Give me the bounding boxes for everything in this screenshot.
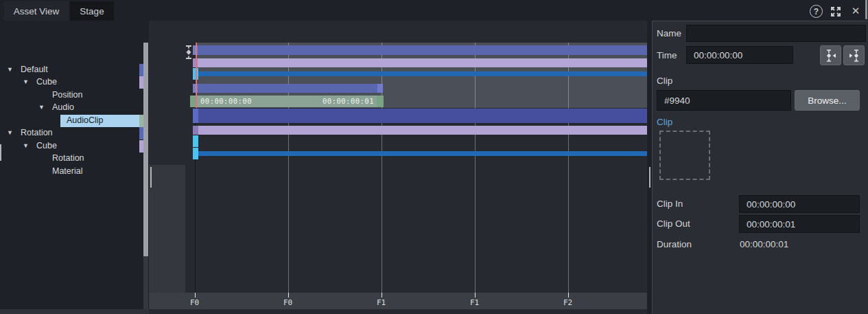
duration-value: 00:00:00:01: [740, 239, 788, 249]
expander-arrow-icon[interactable]: ▼: [23, 78, 29, 85]
tree-row-rotation[interactable]: Rotation: [0, 153, 143, 165]
rotation-track-bar[interactable]: [198, 109, 647, 123]
tree-row-label: Default: [21, 65, 48, 74]
clip-in-time-label: 00:00:00:00: [200, 97, 252, 105]
clip-out-label: Clip Out: [657, 218, 690, 229]
tab-asset-view-label: Asset View: [14, 6, 60, 16]
tree-row-label: Rotation: [21, 128, 53, 137]
prev-key-icon: [824, 48, 838, 63]
clip-reference-input[interactable]: #9940: [657, 90, 791, 111]
track-start-key[interactable]: [193, 135, 198, 147]
track-start-key[interactable]: [193, 126, 198, 135]
timeline-ruler[interactable]: [149, 293, 647, 309]
track-bar[interactable]: [198, 126, 647, 135]
tree-row-label: Cube: [36, 141, 57, 150]
time-input[interactable]: 00:00:00:00: [686, 46, 793, 64]
tree-row-material[interactable]: Material: [0, 166, 143, 178]
track-start-key[interactable]: [193, 109, 198, 123]
audio-clip[interactable]: 00:00:00:0000:00:00:01: [190, 96, 384, 107]
playhead[interactable]: [196, 43, 197, 108]
tree-scrollbar-thumb[interactable]: [143, 43, 148, 256]
tree-scrollbar-track[interactable]: [143, 256, 148, 314]
clip-in-input[interactable]: 00:00:00:00: [739, 195, 860, 213]
clip-slot-label: Clip: [657, 117, 672, 127]
tree-row-position[interactable]: Position: [0, 89, 143, 102]
tree-row-label: Rotation: [52, 153, 84, 163]
track-bar[interactable]: [195, 58, 647, 67]
tree-row-label: Audio: [52, 102, 74, 112]
name-label: Name: [657, 28, 681, 38]
tree-row-label: Position: [52, 90, 82, 100]
track-end-cap[interactable]: [377, 84, 383, 93]
tab-asset-view[interactable]: Asset View: [4, 1, 69, 21]
tree-row-label: Material: [52, 166, 82, 176]
clip-section-label: Clip: [657, 76, 672, 86]
track-line[interactable]: [195, 71, 647, 76]
help-icon[interactable]: ?: [810, 5, 823, 18]
tree-row-rotation[interactable]: ▼Rotation: [0, 127, 143, 139]
clip-right-handle[interactable]: [377, 96, 384, 107]
time-label: Time: [657, 50, 677, 60]
next-key-button[interactable]: [843, 45, 865, 65]
tree-row-audioclip[interactable]: AudioClip: [0, 115, 143, 127]
tree-row-label: Cube: [36, 77, 57, 87]
node-tree-panel: ▼Default▼CubePosition▼AudioAudioClip▼Rot…: [0, 21, 149, 314]
clip-drop-zone[interactable]: [659, 131, 710, 180]
tree-row-label: AudioClip: [67, 115, 104, 125]
clip-in-label: Clip In: [657, 199, 683, 209]
duration-label: Duration: [657, 239, 692, 249]
tree-timeline-splitter-handle[interactable]: [150, 167, 152, 188]
tab-stage[interactable]: Stage: [70, 1, 114, 21]
tab-stage-label: Stage: [80, 6, 104, 16]
tree-row-default[interactable]: ▼Default: [0, 64, 143, 76]
close-icon[interactable]: ✕: [849, 4, 863, 18]
window-scrollbar-thumb[interactable]: [865, 0, 867, 19]
tree-hscrollbar-track[interactable]: [0, 309, 149, 314]
track-start-key[interactable]: [193, 148, 198, 159]
expander-arrow-icon[interactable]: ▼: [23, 142, 29, 149]
left-splitter-handle[interactable]: [0, 144, 1, 161]
expander-arrow-icon[interactable]: ▼: [7, 129, 13, 136]
clip-out-time-label: 00:00:00:01: [322, 97, 374, 105]
browse-button[interactable]: Browse...: [795, 90, 860, 111]
position-track-bar[interactable]: [195, 45, 647, 55]
name-input[interactable]: [686, 25, 866, 42]
timeline-properties-splitter-handle[interactable]: [649, 167, 650, 188]
timeline-editor-window: Asset View Stage ? ✕ + − +D +A: [0, 0, 868, 314]
tree-row-cube[interactable]: ▼Cube: [0, 140, 143, 153]
next-key-icon: [847, 48, 861, 63]
tree-row-audio[interactable]: ▼Audio: [0, 102, 143, 114]
clip-out-input[interactable]: 00:00:00:01: [739, 215, 860, 233]
prev-key-button[interactable]: [820, 45, 841, 65]
expander-arrow-icon[interactable]: ▼: [38, 104, 45, 111]
audio-track-bar[interactable]: [195, 84, 383, 93]
track-gutter: [149, 165, 185, 293]
tree-row-cube[interactable]: ▼Cube: [0, 76, 143, 89]
expand-arrows-icon[interactable]: [829, 5, 843, 19]
expander-arrow-icon[interactable]: ▼: [7, 66, 13, 73]
track-line[interactable]: [195, 151, 647, 156]
